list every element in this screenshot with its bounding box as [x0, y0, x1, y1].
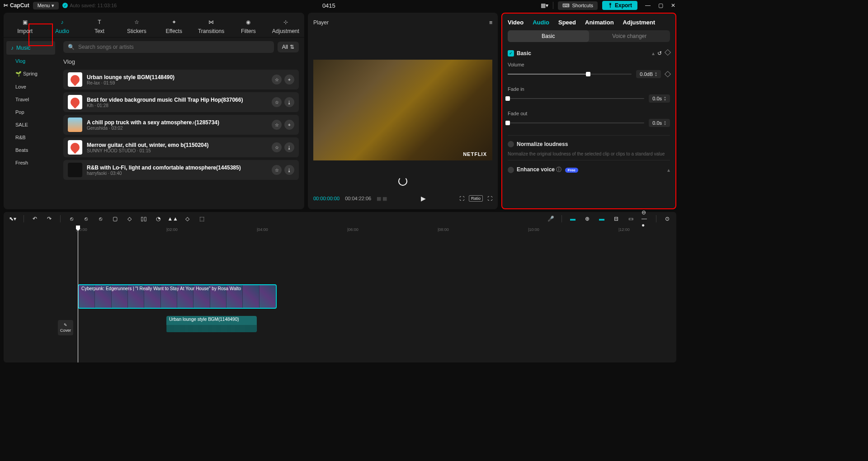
split-right-icon[interactable]: ⎋ [97, 215, 104, 222]
maximize-icon[interactable]: ▢ [657, 2, 664, 9]
keyframe-icon[interactable] [665, 49, 671, 56]
crop-icon[interactable]: ⬚ [198, 215, 205, 222]
track-title: R&B with Lo-Fi, light and comfortable at… [87, 165, 267, 171]
volume-slider[interactable] [508, 74, 632, 75]
sidebar-item-travel[interactable]: Travel [4, 93, 58, 106]
mic-icon[interactable]: 🎤 [547, 215, 554, 222]
tag-icon[interactable]: ◇ [126, 215, 133, 222]
search-box[interactable]: 🔍 [63, 41, 274, 53]
basic-checkbox[interactable]: ✓ [508, 50, 514, 56]
player-menu-icon[interactable]: ≡ [489, 19, 492, 26]
link-icon[interactable]: ⊟ [613, 215, 620, 222]
zoom-fit-icon[interactable]: ⊙ [664, 215, 671, 222]
fadein-slider[interactable] [508, 98, 644, 99]
export-button[interactable]: ⭱Export [602, 1, 637, 10]
reverse-icon[interactable]: ◔ [155, 215, 162, 222]
chevron-icon[interactable]: ▴ [667, 167, 670, 173]
sub-tab-voice-changer[interactable]: Voice changer [589, 30, 670, 42]
cover-button[interactable]: ✎Cover [58, 320, 73, 335]
undo-icon[interactable]: ↶ [31, 215, 38, 222]
sidebar-item-sale[interactable]: SALE [4, 118, 58, 131]
audio-clip[interactable]: Urban lounge style BGM(1148490) [166, 316, 257, 332]
media-tab-text[interactable]: TText [81, 15, 118, 37]
menu-button[interactable]: Menu ▾ [33, 2, 59, 9]
reset-icon[interactable]: ↺ [657, 50, 662, 56]
props-tab-speed[interactable]: Speed [558, 19, 576, 26]
track-item[interactable]: Best for video background music Chill Tr… [63, 92, 299, 112]
fullscreen-icon[interactable]: ⛶ [487, 196, 492, 201]
volume-value[interactable]: 0.0dB▲▼ [636, 70, 661, 78]
minimize-icon[interactable]: — [645, 2, 651, 9]
sub-tab-basic[interactable]: Basic [508, 30, 589, 42]
layout-icon[interactable]: ▦▾ [541, 2, 548, 9]
close-icon[interactable]: ✕ [670, 2, 676, 9]
sidebar-item-r&b[interactable]: R&B [4, 131, 58, 144]
track-item[interactable]: Merrow guitar, chill out, winter, emo b(… [63, 137, 299, 157]
play-button[interactable]: ▶ [421, 195, 426, 202]
playhead[interactable] [78, 226, 78, 362]
keyframe-icon[interactable] [665, 71, 671, 77]
align-icon[interactable]: ⊕ [584, 215, 591, 222]
download-icon[interactable]: ⭳ [284, 165, 294, 175]
media-tab-audio[interactable]: ♪Audio [43, 15, 80, 37]
track-item[interactable]: A chill pop truck with a sexy atmosphere… [63, 115, 299, 135]
favorite-icon[interactable]: ☆ [272, 165, 282, 175]
download-icon[interactable]: ⭳ [284, 97, 294, 107]
favorite-icon[interactable]: ☆ [272, 120, 282, 130]
zoom-out-icon[interactable]: ⊖—● [642, 215, 649, 222]
track-item[interactable]: R&B with Lo-Fi, light and comfortable at… [63, 160, 299, 180]
props-tab-audio[interactable]: Audio [533, 19, 549, 26]
chevron-up-icon[interactable]: ▴ [652, 50, 655, 56]
enhance-checkbox[interactable] [508, 167, 514, 173]
delete-icon[interactable]: ▢ [111, 215, 118, 222]
all-filter-button[interactable]: All ⇅ [278, 42, 299, 52]
scan-icon[interactable]: ⛶ [459, 196, 464, 201]
sidebar-item-pop[interactable]: Pop [4, 106, 58, 118]
video-clip[interactable]: Cyberpunk: Edgerunners | "I Really Want … [78, 284, 277, 309]
fadeout-value[interactable]: 0.0s▲▼ [649, 119, 670, 127]
normalize-checkbox[interactable] [508, 141, 514, 147]
magnet-main-icon[interactable]: ▬ [569, 215, 576, 222]
split-left-icon[interactable]: ⎋ [82, 215, 90, 222]
rotate-icon[interactable]: ◇ [184, 215, 191, 222]
props-tab-animation[interactable]: Animation [585, 19, 614, 26]
plus-icon[interactable]: + [284, 75, 294, 85]
media-tab-import[interactable]: ▣Import [6, 15, 43, 37]
split-icon[interactable]: ⎋ [68, 215, 75, 222]
sidebar-item-spring[interactable]: 🌱 Spring [4, 67, 58, 80]
shortcuts-button[interactable]: ⌨Shortcuts [558, 1, 598, 10]
fadeout-slider[interactable] [508, 122, 644, 123]
search-input[interactable] [78, 44, 269, 50]
preview-icon[interactable]: ▭ [627, 215, 634, 222]
track-thumb [68, 95, 82, 109]
fadein-value[interactable]: 0.0s▲▼ [649, 94, 670, 103]
track-title: Best for video background music Chill Tr… [87, 97, 267, 103]
track-thumb [68, 163, 82, 177]
media-tab-stickers[interactable]: ☆Stickers [118, 15, 155, 37]
sidebar-item-love[interactable]: Love [4, 80, 58, 93]
copy-icon[interactable]: ▯▯ [140, 215, 147, 222]
sidebar-item-fresh[interactable]: Fresh [4, 156, 58, 169]
plus-icon[interactable]: + [284, 120, 294, 130]
media-tab-transitions[interactable]: ⋈Transitions [193, 15, 230, 37]
download-icon[interactable]: ⭳ [284, 142, 294, 152]
sidebar-item-vlog[interactable]: Vlog [4, 55, 58, 67]
media-tab-effects[interactable]: ✦Effects [156, 15, 193, 37]
track-item[interactable]: Urban lounge style BGM(1148490) Re-lax ·… [63, 70, 299, 89]
props-tab-adjustment[interactable]: Adjustment [623, 19, 656, 26]
favorite-icon[interactable]: ☆ [272, 75, 282, 85]
mirror-icon[interactable]: ▲▲ [169, 215, 176, 222]
cursor-icon[interactable]: ⬉▾ [9, 215, 16, 222]
media-tab-filters[interactable]: ◉Filters [230, 15, 267, 37]
sidebar-item-beats[interactable]: Beats [4, 144, 58, 156]
grid-icon[interactable]: ▦ ▦ [377, 196, 387, 202]
media-tab-adjustment[interactable]: ⊹Adjustment [267, 15, 304, 37]
favorite-icon[interactable]: ☆ [272, 142, 282, 152]
redo-icon[interactable]: ↷ [46, 215, 53, 222]
player-viewport[interactable]: NETFLIX [313, 60, 492, 160]
props-tab-video[interactable]: Video [508, 19, 524, 26]
ratio-button[interactable]: Ratio [469, 195, 483, 202]
info-icon[interactable]: ⓘ [556, 166, 561, 173]
magnet-icon[interactable]: ▬ [598, 215, 605, 222]
favorite-icon[interactable]: ☆ [272, 97, 282, 107]
